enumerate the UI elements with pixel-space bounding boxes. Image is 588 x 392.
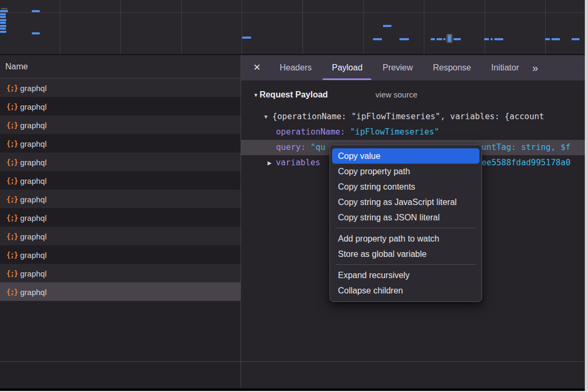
overview-request-bar xyxy=(572,38,580,40)
tab-label: Response xyxy=(433,63,471,72)
tab-label: Initiator xyxy=(491,63,519,72)
context-menu-item[interactable]: Copy value xyxy=(332,148,479,164)
overview-request-bar xyxy=(0,16,6,18)
request-name-label: graphql xyxy=(20,195,47,204)
request-name-label: graphql xyxy=(20,213,47,222)
overview-request-bar xyxy=(491,38,493,40)
overview-request-bar xyxy=(484,38,489,40)
property-string-value-right: ee5588fdad995178a0 xyxy=(482,155,571,171)
name-column-header[interactable]: Name xyxy=(0,55,240,78)
grid-line xyxy=(302,0,303,54)
overview-request-bar xyxy=(1,8,7,10)
tab-response[interactable]: Response xyxy=(423,55,481,81)
overview-row-divider xyxy=(0,12,588,13)
overview-request-bar xyxy=(32,32,40,34)
details-tab-bar: ✕ HeadersPayloadPreviewResponseInitiator… xyxy=(241,55,585,81)
section-title: Request Payload xyxy=(260,90,328,99)
context-menu-item[interactable]: Copy string as JSON literal xyxy=(330,210,482,225)
request-row[interactable]: {;}graphql xyxy=(0,190,240,208)
overview-request-bar xyxy=(373,38,382,40)
property-key: variables xyxy=(276,158,320,167)
overview-request-bar xyxy=(0,25,6,27)
request-row[interactable]: {;}graphql xyxy=(0,245,240,264)
request-row[interactable]: {;}graphql xyxy=(0,208,240,227)
property-string-value-right: untTag: string, $f xyxy=(482,140,571,155)
payload-row-operation-name[interactable]: operationName: "ipFlowTimeseries" xyxy=(241,124,585,140)
context-menu: Copy valueCopy property pathCopy string … xyxy=(329,145,482,302)
payload-root-row[interactable]: ▼{operationName: "ipFlowTimeseries", var… xyxy=(241,109,585,124)
overview-request-bar xyxy=(0,31,6,33)
tab-headers[interactable]: Headers xyxy=(270,55,322,81)
section-collapse-triangle-icon: ▼ xyxy=(253,92,259,98)
devtools-network-panel: Name {;}graphql{;}graphql{;}graphql{;}gr… xyxy=(0,0,588,392)
json-braces-icon: {;} xyxy=(6,79,20,97)
request-row-selected[interactable]: {;}graphql xyxy=(0,282,240,301)
close-icon[interactable]: ✕ xyxy=(247,55,266,81)
context-menu-item[interactable]: Collapse children xyxy=(330,283,482,298)
active-tab-underline xyxy=(323,78,371,80)
request-name-label: graphql xyxy=(20,269,47,278)
overview-request-bar xyxy=(0,22,6,24)
request-name-label: graphql xyxy=(20,232,47,241)
overview-selected-bar xyxy=(448,35,451,42)
overview-request-bar xyxy=(242,37,251,39)
grid-line xyxy=(485,0,485,54)
more-tabs-chevron-icon[interactable]: » xyxy=(532,62,538,74)
tab-payload[interactable]: Payload xyxy=(322,55,372,81)
overview-request-bar xyxy=(0,28,6,30)
request-name-label: graphql xyxy=(20,102,47,111)
context-menu-item[interactable]: Copy property path xyxy=(330,164,482,179)
grid-line xyxy=(60,0,60,54)
tab-label: Preview xyxy=(382,63,413,72)
collapsed-triangle-icon: ▶ xyxy=(268,160,272,166)
expanded-triangle-icon: ▼ xyxy=(263,114,269,120)
request-name-label: graphql xyxy=(20,251,47,260)
json-braces-icon: {;} xyxy=(6,227,20,245)
request-row[interactable]: {;}graphql xyxy=(0,97,240,115)
request-name-label: graphql xyxy=(20,158,47,167)
request-row[interactable]: {;}graphql xyxy=(0,78,240,97)
tab-preview[interactable]: Preview xyxy=(372,55,423,81)
menu-separator xyxy=(335,228,476,228)
json-braces-icon: {;} xyxy=(6,116,20,134)
grid-line xyxy=(545,0,546,54)
overview-request-bar xyxy=(431,38,435,40)
request-name-label: graphql xyxy=(20,84,47,93)
context-menu-item[interactable]: Add property path to watch xyxy=(330,231,482,246)
overview-request-bar xyxy=(0,10,8,12)
tab-label: Payload xyxy=(332,63,362,72)
context-menu-item[interactable]: Expand recursively xyxy=(330,268,482,283)
request-row[interactable]: {;}graphql xyxy=(0,134,240,153)
context-menu-item[interactable]: Copy string as JavaScript literal xyxy=(330,194,482,210)
overview-selected-marker xyxy=(447,34,452,43)
context-menu-item[interactable]: Copy string contents xyxy=(330,179,482,194)
json-braces-icon: {;} xyxy=(6,172,20,190)
overview-request-bar xyxy=(32,10,40,12)
request-payload-section-header[interactable]: ▼Request Payloadview source xyxy=(241,89,585,101)
menu-separator xyxy=(335,264,476,265)
context-menu-item[interactable]: Store as global variable xyxy=(330,246,482,262)
request-name-label: graphql xyxy=(20,176,47,185)
tab-initiator[interactable]: Initiator xyxy=(481,55,529,81)
grid-line xyxy=(120,0,121,54)
network-overview-timeline[interactable] xyxy=(0,0,588,55)
view-source-link[interactable]: view source xyxy=(376,90,417,99)
json-braces-icon: {;} xyxy=(6,135,20,153)
json-braces-icon: {;} xyxy=(6,246,20,264)
property-string-value: "ipFlowTimeseries" xyxy=(345,127,439,137)
request-row[interactable]: {;}graphql xyxy=(0,227,240,245)
json-braces-icon: {;} xyxy=(6,209,20,227)
request-name-label: graphql xyxy=(20,288,47,297)
request-row[interactable]: {;}graphql xyxy=(0,153,240,171)
overview-request-bar xyxy=(0,13,6,15)
overview-request-bar xyxy=(0,19,6,21)
overview-request-bar xyxy=(399,38,409,40)
request-row[interactable]: {;}graphql xyxy=(0,171,240,190)
grid-line xyxy=(181,0,182,54)
property-key: operationName: xyxy=(276,127,345,137)
json-braces-icon: {;} xyxy=(6,264,20,282)
tab-strip: HeadersPayloadPreviewResponseInitiator xyxy=(270,55,529,81)
overview-request-bar xyxy=(453,38,461,40)
request-row[interactable]: {;}graphql xyxy=(0,115,240,134)
request-row[interactable]: {;}graphql xyxy=(0,264,240,282)
